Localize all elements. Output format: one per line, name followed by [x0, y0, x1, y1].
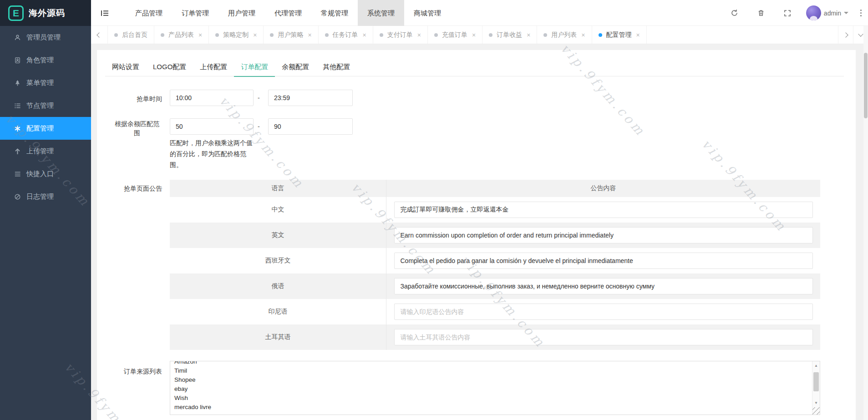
scroll-down-icon[interactable]: ▼ — [812, 399, 820, 406]
tab-scroll-right-button[interactable] — [838, 26, 853, 44]
tab-dashboard[interactable]: 后台首页 — [108, 26, 154, 44]
language-cell: 俄语 — [170, 273, 386, 299]
language-cell: 中文 — [170, 197, 386, 223]
tab-config-management[interactable]: 配置管理 × — [592, 26, 647, 44]
quick-entry-list-icon — [14, 170, 21, 177]
sidebar-item-admin-management[interactable]: 管理员管理 — [0, 26, 91, 49]
balance-range-label: 根据余额匹配范围 — [112, 119, 162, 137]
table-row-english: 英文 — [170, 223, 820, 248]
fullscreen-icon[interactable] — [780, 5, 795, 21]
grab-time-from-input[interactable] — [170, 90, 254, 106]
tab-strategy-custom[interactable]: 策略定制 × — [209, 26, 264, 44]
tab-close-icon[interactable]: × — [581, 32, 585, 38]
page-tab-bar: 后台首页 产品列表 × 策略定制 × 用户策略 × 任务订单 × — [91, 26, 868, 44]
page-scroll-thumb[interactable] — [864, 53, 868, 118]
tab-close-icon[interactable]: × — [527, 32, 530, 38]
tab-site-settings[interactable]: 网站设置 — [105, 58, 146, 76]
sidebar-item-label: 节点管理 — [26, 101, 54, 110]
tab-product-list[interactable]: 产品列表 × — [154, 26, 209, 44]
user-menu[interactable]: admin — [806, 5, 848, 20]
admin-app: E 海外源码 产品管理 订单管理 用户管理 代理管理 常规管理 系统管理 商城管… — [0, 0, 868, 420]
tab-payment-orders[interactable]: 支付订单 × — [373, 26, 428, 44]
sidebar: 管理员管理 角色管理 菜单管理 节点管理 配置管理 — [0, 26, 91, 420]
balance-range-from-input[interactable] — [170, 118, 254, 135]
tab-dot-icon — [114, 33, 118, 37]
tab-close-icon[interactable]: × — [636, 32, 640, 38]
announcement-input-english[interactable] — [394, 227, 813, 243]
top-menu-item-general[interactable]: 常规管理 — [311, 0, 358, 26]
sidebar-item-label: 菜单管理 — [26, 79, 54, 87]
sidebar-item-node-management[interactable]: 节点管理 — [0, 94, 91, 117]
tab-close-icon[interactable]: × — [308, 32, 311, 38]
tab-label: 配置管理 — [606, 31, 632, 39]
tab-task-orders[interactable]: 任务订单 × — [319, 26, 373, 44]
top-menu-item-users[interactable]: 用户管理 — [218, 0, 265, 26]
tab-dot-icon — [380, 33, 383, 37]
sidebar-item-log-management[interactable]: 日志管理 — [0, 185, 91, 208]
more-options-icon[interactable] — [860, 12, 862, 14]
open-tabs: 后台首页 产品列表 × 策略定制 × 用户策略 × 任务订单 × — [108, 26, 838, 44]
tab-upload-config[interactable]: 上传配置 — [193, 58, 234, 76]
tab-order-earnings[interactable]: 订单收益 × — [482, 26, 537, 44]
announcement-input-indonesian[interactable] — [394, 304, 813, 320]
tab-user-list[interactable]: 用户列表 × — [537, 26, 592, 44]
order-source-textarea[interactable]: Amazon Timil Shopee ebay Wish mercado li… — [170, 361, 820, 415]
tab-recharge-orders[interactable]: 充值订单 × — [428, 26, 482, 44]
role-badge-icon — [14, 56, 21, 64]
announcement-input-spanish[interactable] — [394, 253, 813, 269]
sidebar-item-label: 上传管理 — [26, 147, 54, 156]
sidebar-item-menu-management[interactable]: 菜单管理 — [0, 71, 91, 94]
sidebar-item-label: 配置管理 — [26, 124, 54, 133]
textarea-resize-grip[interactable] — [812, 407, 820, 415]
upload-arrow-icon — [14, 147, 21, 155]
sidebar-item-quick-entry[interactable]: 快捷入口 — [0, 162, 91, 185]
sidebar-item-config-management[interactable]: 配置管理 — [0, 117, 91, 140]
tab-user-strategy[interactable]: 用户策略 × — [264, 26, 318, 44]
tab-label: 支付订单 — [387, 31, 413, 39]
top-menu-item-agents[interactable]: 代理管理 — [265, 0, 311, 26]
top-header: E 海外源码 产品管理 订单管理 用户管理 代理管理 常规管理 系统管理 商城管… — [0, 0, 868, 26]
textarea-scroll-thumb[interactable] — [813, 372, 819, 391]
tab-other-config[interactable]: 其他配置 — [316, 58, 357, 76]
tab-logo-config[interactable]: LOGO配置 — [146, 58, 193, 76]
page-scrollbar[interactable] — [863, 26, 868, 420]
tab-label: 用户策略 — [278, 31, 303, 39]
column-header-content: 公告内容 — [386, 180, 820, 197]
sidebar-item-label: 角色管理 — [26, 56, 54, 65]
announcement-input-chinese[interactable] — [394, 202, 813, 218]
sidebar-collapse-button[interactable] — [93, 0, 117, 26]
chevron-left-icon — [96, 32, 102, 37]
balance-range-to-input[interactable] — [268, 118, 353, 135]
announcement-input-russian[interactable] — [394, 278, 813, 294]
tab-close-icon[interactable]: × — [363, 32, 366, 38]
tab-scroll-left-button[interactable] — [91, 26, 108, 44]
tab-balance-config[interactable]: 余额配置 — [275, 58, 316, 76]
sidebar-item-label: 快捷入口 — [26, 170, 54, 178]
sidebar-item-role-management[interactable]: 角色管理 — [0, 49, 91, 71]
tab-close-icon[interactable]: × — [198, 32, 202, 38]
tab-dot-icon — [543, 33, 547, 37]
tab-close-icon[interactable]: × — [417, 32, 421, 38]
top-menu-item-orders[interactable]: 订单管理 — [172, 0, 218, 26]
textarea-scrollbar[interactable]: ▲ ▼ — [812, 361, 820, 415]
top-menu: 产品管理 订单管理 用户管理 代理管理 常规管理 系统管理 商城管理 — [126, 0, 451, 26]
trash-icon[interactable] — [753, 5, 769, 21]
refresh-icon[interactable] — [727, 5, 742, 21]
order-source-item: Amazon — [174, 361, 812, 366]
avatar — [806, 5, 821, 20]
sidebar-item-upload-management[interactable]: 上传管理 — [0, 140, 91, 162]
table-row-turkish: 土耳其语 — [170, 324, 820, 350]
table-row-indonesian: 印尼语 — [170, 299, 820, 324]
node-list-icon — [14, 102, 21, 109]
tab-close-icon[interactable]: × — [472, 32, 476, 38]
announcement-input-turkish[interactable] — [394, 329, 813, 345]
top-menu-item-products[interactable]: 产品管理 — [126, 0, 172, 26]
top-menu-item-system[interactable]: 系统管理 — [358, 0, 404, 26]
scroll-up-icon[interactable]: ▲ — [812, 362, 820, 369]
tab-order-config[interactable]: 订单配置 — [234, 58, 275, 76]
order-source-item: Wish — [174, 394, 812, 403]
grab-time-to-input[interactable] — [268, 90, 353, 106]
brand-logo[interactable]: E 海外源码 — [0, 0, 91, 26]
tab-close-icon[interactable]: × — [253, 32, 257, 38]
top-menu-item-mall[interactable]: 商城管理 — [404, 0, 451, 26]
